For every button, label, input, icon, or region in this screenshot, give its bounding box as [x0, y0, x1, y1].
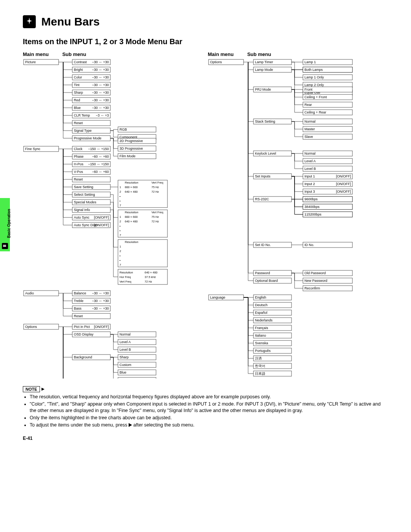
svg-text:Color: Color: [74, 75, 82, 79]
svg-text:Background: Background: [74, 355, 92, 359]
notes-list: The resolution, vertical frequency and h…: [23, 394, 388, 428]
svg-text:Deutsch: Deutsch: [255, 303, 268, 307]
svg-text:Audio: Audio: [25, 291, 34, 295]
svg-text:Set Inputs: Set Inputs: [255, 174, 271, 178]
svg-text:−30 ↔ +30: −30 ↔ +30: [92, 299, 109, 303]
svg-text:Lamp 1 Only: Lamp 1 Only: [304, 75, 324, 79]
svg-text:Custom: Custom: [119, 363, 131, 367]
svg-text:800 × 600: 800 × 600: [125, 215, 138, 219]
left-tree: PictureContrast−30 ↔ +30Bright−30 ↔ +30C…: [23, 59, 202, 379]
svg-text:OSD Display: OSD Display: [74, 332, 94, 336]
svg-text:Svenska: Svenska: [255, 341, 268, 345]
svg-text:Español: Español: [255, 311, 268, 315]
svg-text:Tint: Tint: [74, 83, 80, 87]
svg-text:[ON/OFF]: [ON/OFF]: [336, 190, 351, 193]
svg-text:•: •: [119, 229, 121, 232]
sub-menu-header-r: Sub menu: [247, 51, 271, 57]
svg-text:Set ID No.: Set ID No.: [255, 243, 271, 247]
svg-text:Ceiling + Front: Ceiling + Front: [304, 95, 327, 99]
svg-text:Vert Freq: Vert Freq: [151, 211, 163, 214]
note-label: NOTE: [23, 386, 40, 392]
svg-text:−150 ↔ +150: −150 ↔ +150: [88, 147, 109, 151]
svg-text:−30 ↔ +30: −30 ↔ +30: [92, 98, 109, 102]
svg-text:−30 ↔ +30: −30 ↔ +30: [92, 75, 109, 79]
svg-text:Input 2: Input 2: [304, 182, 315, 186]
svg-text:Master: Master: [304, 127, 315, 131]
svg-text:1: 1: [119, 185, 121, 189]
svg-text:−60 ↔ +60: −60 ↔ +60: [92, 155, 109, 158]
svg-text:Pict in Pict: Pict in Pict: [74, 325, 90, 329]
svg-text:Clock: Clock: [74, 147, 83, 151]
svg-text:75 Hz: 75 Hz: [151, 185, 159, 189]
svg-text:•: •: [119, 195, 121, 198]
svg-text:2: 2: [119, 190, 121, 193]
svg-text:2: 2: [119, 220, 121, 223]
svg-text:Film Mode: Film Mode: [119, 154, 135, 158]
svg-text:Balance: Balance: [74, 291, 86, 295]
svg-text:[ON/OFF]: [ON/OFF]: [94, 216, 109, 219]
svg-text:Sharp: Sharp: [74, 91, 83, 94]
svg-text:Picture: Picture: [25, 60, 36, 64]
svg-text:[ON/OFF]: [ON/OFF]: [336, 182, 351, 186]
svg-text:Resolution: Resolution: [125, 240, 138, 244]
svg-text:•: •: [119, 259, 121, 262]
svg-text:1: 1: [119, 245, 121, 248]
svg-text:2D Progressive: 2D Progressive: [119, 139, 143, 143]
svg-text:Front: Front: [304, 88, 313, 91]
svg-text:Slave: Slave: [304, 135, 313, 139]
svg-text:Reconfirm: Reconfirm: [304, 286, 320, 290]
svg-text:−30 ↔ +30: −30 ↔ +30: [92, 106, 109, 110]
svg-text:Level B: Level B: [119, 348, 131, 351]
svg-text:−30 ↔ +30: −30 ↔ +30: [92, 68, 109, 72]
svg-text:Optional Board: Optional Board: [255, 279, 278, 283]
svg-text:Treble: Treble: [74, 299, 83, 303]
svg-text:Vert Freq: Vert Freq: [119, 280, 131, 283]
main-menu-header-r: Main menu: [208, 51, 246, 57]
svg-text:한국어: 한국어: [255, 364, 265, 368]
play-icon: [129, 423, 132, 427]
svg-text:Signal Info: Signal Info: [74, 208, 90, 212]
svg-text:Normal: Normal: [304, 152, 315, 155]
svg-text:PRJ Mode: PRJ Mode: [255, 88, 271, 91]
note-item: "Color", "Tint", and "Sharp" appear only…: [30, 401, 388, 414]
svg-text:Stack Setting: Stack Setting: [255, 120, 275, 123]
svg-text:Blue: Blue: [119, 371, 126, 374]
svg-text:Português: Português: [255, 349, 271, 353]
svg-text:None: None: [119, 378, 128, 379]
svg-text:Special Modes: Special Modes: [74, 200, 97, 204]
svg-text:640 × 480: 640 × 480: [125, 190, 138, 193]
svg-text:Lamp Timer: Lamp Timer: [255, 60, 273, 64]
svg-text:640 × 480: 640 × 480: [145, 271, 158, 274]
svg-text:−30 ↔ +30: −30 ↔ +30: [92, 291, 109, 295]
svg-text:37.5 kHz: 37.5 kHz: [145, 275, 156, 279]
svg-text:[ON/OFF]: [ON/OFF]: [336, 174, 351, 178]
svg-text:Reset: Reset: [74, 314, 83, 318]
svg-text:Contrast: Contrast: [74, 60, 87, 64]
svg-text:Save Setting: Save Setting: [74, 185, 93, 189]
svg-text:•: •: [119, 254, 121, 257]
svg-text:[ON/OFF]: [ON/OFF]: [94, 325, 109, 329]
svg-text:Lamp 2 Only: Lamp 2 Only: [304, 83, 324, 87]
svg-text:−150 ↔ +150: −150 ↔ +150: [88, 162, 109, 166]
svg-text:−60 ↔ +60: −60 ↔ +60: [92, 170, 109, 174]
svg-text:Ceiling + Rear: Ceiling + Rear: [304, 110, 326, 114]
svg-text:Nederlands: Nederlands: [255, 318, 273, 322]
page-header: Menu Bars: [23, 15, 388, 28]
svg-text:Resolution: Resolution: [119, 271, 133, 274]
svg-text:Rear: Rear: [304, 103, 312, 107]
note-item: To adjust the items under the sub menu, …: [30, 422, 388, 428]
svg-text:English: English: [255, 296, 266, 299]
svg-text:Language: Language: [210, 296, 225, 299]
svg-text:72 Hz: 72 Hz: [145, 280, 152, 283]
svg-text:汉语: 汉语: [255, 356, 262, 360]
page-subtitle: Items on the INPUT 1, 2 or 3 Mode Menu B…: [23, 37, 388, 46]
svg-text:Vert Freq: Vert Freq: [151, 181, 163, 184]
svg-text:Reset: Reset: [74, 177, 83, 181]
svg-text:Select Setting: Select Setting: [74, 193, 95, 197]
svg-text:72 Hz: 72 Hz: [151, 190, 159, 193]
left-column: Main menu Sub menu PictureContrast−30 ↔ …: [23, 51, 203, 380]
svg-text:Reset: Reset: [74, 121, 83, 125]
svg-text:9600bps: 9600bps: [304, 197, 318, 201]
svg-text:ID No.: ID No.: [304, 243, 314, 247]
svg-text:Both Lamps: Both Lamps: [304, 68, 323, 72]
